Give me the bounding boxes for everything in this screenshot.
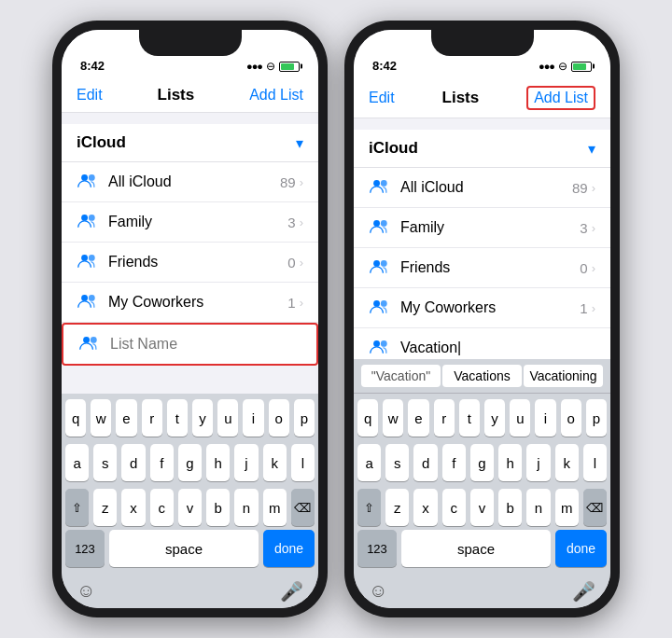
key-r[interactable]: r <box>142 399 162 437</box>
nav-bar: EditListsAdd List <box>62 76 318 113</box>
key-s[interactable]: s <box>385 444 409 481</box>
add-list-button[interactable]: Add List <box>249 87 303 104</box>
key-e[interactable]: e <box>408 399 428 437</box>
key-f[interactable]: f <box>442 444 466 481</box>
phone-left: 8:42 ●●● ⊖ EditListsAdd ListiCloud▾ All … <box>52 21 328 617</box>
key-backspace[interactable]: ⌫ <box>291 489 315 526</box>
key-u[interactable]: u <box>217 399 238 437</box>
key-l[interactable]: l <box>583 444 607 481</box>
svg-point-18 <box>373 340 380 347</box>
icloud-header[interactable]: iCloud▾ <box>354 130 610 168</box>
list-item[interactable]: My Coworkers1› <box>62 283 318 323</box>
key-shift[interactable]: ⇧ <box>65 489 89 526</box>
key-o[interactable]: o <box>561 399 581 437</box>
key-space[interactable]: space <box>401 530 551 567</box>
keyboard-emoji-row: ☺🎤 <box>62 575 318 608</box>
key-e[interactable]: e <box>116 399 136 437</box>
chevron-right-icon: › <box>300 175 303 189</box>
key-d[interactable]: d <box>413 444 437 481</box>
key-123[interactable]: 123 <box>65 530 105 567</box>
list-item-name: Family <box>108 214 287 230</box>
edit-button[interactable]: Edit <box>77 87 103 104</box>
key-p[interactable]: p <box>586 399 607 437</box>
key-d[interactable]: d <box>121 444 145 481</box>
key-k[interactable]: k <box>555 444 579 481</box>
autocomplete-item[interactable]: Vacationing <box>524 365 603 387</box>
key-a[interactable]: a <box>357 444 381 481</box>
key-n[interactable]: n <box>526 489 550 526</box>
nav-bar: EditListsAdd List <box>354 76 610 118</box>
key-c[interactable]: c <box>442 489 466 526</box>
key-y[interactable]: y <box>484 399 505 437</box>
list-item[interactable]: Family3› <box>354 208 610 248</box>
key-x[interactable]: x <box>413 489 437 526</box>
emoji-icon[interactable]: ☺ <box>369 580 387 603</box>
key-s[interactable]: s <box>93 444 117 481</box>
key-i[interactable]: i <box>535 399 555 437</box>
key-o[interactable]: o <box>269 399 289 437</box>
emoji-icon[interactable]: ☺ <box>77 580 95 603</box>
key-space[interactable]: space <box>109 530 259 567</box>
key-m[interactable]: m <box>263 489 287 526</box>
list-item[interactable]: All iCloud89› <box>354 168 610 208</box>
key-v[interactable]: v <box>470 489 494 526</box>
icloud-header[interactable]: iCloud▾ <box>62 124 318 162</box>
people-icon <box>369 298 391 318</box>
key-b[interactable]: b <box>498 489 522 526</box>
list-name-input-row[interactable]: Vacation| <box>354 328 610 359</box>
key-k[interactable]: k <box>263 444 287 481</box>
keyboard-row-0: qwertyuiop <box>357 399 607 437</box>
key-f[interactable]: f <box>150 444 174 481</box>
key-t[interactable]: t <box>459 399 480 437</box>
add-list-button[interactable]: Add List <box>526 86 595 110</box>
key-done[interactable]: done <box>263 530 315 567</box>
key-m[interactable]: m <box>555 489 579 526</box>
svg-point-1 <box>89 174 95 181</box>
key-h[interactable]: h <box>498 444 522 481</box>
key-g[interactable]: g <box>178 444 202 481</box>
key-n[interactable]: n <box>234 489 258 526</box>
key-u[interactable]: u <box>510 399 530 437</box>
list-item[interactable]: Friends0› <box>62 243 318 283</box>
people-icon <box>369 338 391 358</box>
key-t[interactable]: t <box>167 399 188 437</box>
key-i[interactable]: i <box>243 399 263 437</box>
key-q[interactable]: q <box>357 399 378 437</box>
key-z[interactable]: z <box>93 489 117 526</box>
key-r[interactable]: r <box>434 399 455 437</box>
key-q[interactable]: q <box>65 399 86 437</box>
people-icon <box>369 217 391 238</box>
list-name-input[interactable] <box>110 336 301 353</box>
list-name-input-row[interactable] <box>62 323 318 366</box>
edit-button[interactable]: Edit <box>369 90 395 106</box>
key-j[interactable]: j <box>526 444 550 481</box>
key-z[interactable]: z <box>385 489 409 526</box>
key-done[interactable]: done <box>555 530 607 567</box>
list-item[interactable]: My Coworkers1› <box>354 288 610 328</box>
key-123[interactable]: 123 <box>357 530 397 567</box>
nav-title: Lists <box>442 89 480 107</box>
mic-icon[interactable]: 🎤 <box>280 580 303 603</box>
key-g[interactable]: g <box>470 444 494 481</box>
key-shift[interactable]: ⇧ <box>357 489 381 526</box>
key-backspace[interactable]: ⌫ <box>583 489 607 526</box>
autocomplete-item[interactable]: "Vacation" <box>361 365 441 387</box>
autocomplete-item[interactable]: Vacations <box>442 365 522 387</box>
key-c[interactable]: c <box>150 489 174 526</box>
key-p[interactable]: p <box>294 399 315 437</box>
key-x[interactable]: x <box>121 489 145 526</box>
mic-icon[interactable]: 🎤 <box>572 580 595 603</box>
key-j[interactable]: j <box>234 444 258 481</box>
key-l[interactable]: l <box>291 444 315 481</box>
key-h[interactable]: h <box>206 444 230 481</box>
key-w[interactable]: w <box>383 399 403 437</box>
key-w[interactable]: w <box>91 399 111 437</box>
key-y[interactable]: y <box>192 399 213 437</box>
list-item[interactable]: Family3› <box>62 202 318 243</box>
key-b[interactable]: b <box>206 489 230 526</box>
key-v[interactable]: v <box>178 489 202 526</box>
key-a[interactable]: a <box>65 444 89 481</box>
list-item[interactable]: Friends0› <box>354 248 610 288</box>
list-item[interactable]: All iCloud89› <box>62 162 318 202</box>
keyboard-bottom-row: 123spacedone <box>354 530 610 575</box>
